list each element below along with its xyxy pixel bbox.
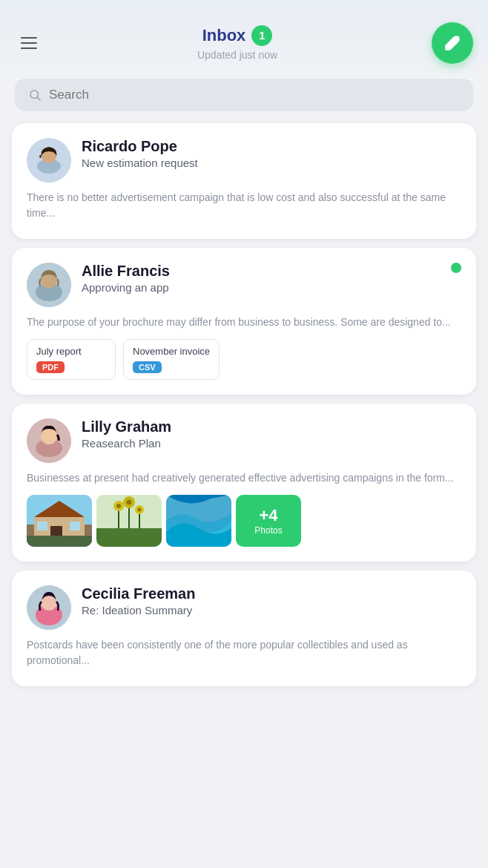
message-card[interactable]: Lilly Graham Reasearch Plan Businesses a…	[12, 404, 476, 562]
photo-aerial	[166, 495, 231, 547]
messages-list: Ricardo Pope New estimation request Ther…	[0, 123, 488, 686]
avatar-image	[27, 138, 71, 183]
svg-rect-21	[96, 528, 162, 547]
avatar	[27, 263, 71, 307]
message-info: Allie Francis Approving an app	[82, 263, 461, 294]
attachment-type-badge: PDF	[36, 361, 65, 373]
header: Inbox 1 Updated just now	[0, 0, 488, 79]
photo-house	[27, 495, 92, 547]
photo-thumbnail[interactable]	[166, 495, 231, 547]
inbox-badge: 1	[251, 25, 272, 46]
more-photos-count: +4	[259, 506, 277, 525]
attachment-item[interactable]: November invoice CSV	[123, 339, 220, 380]
hamburger-line-2	[21, 42, 37, 44]
svg-point-11	[41, 428, 57, 444]
svg-point-1	[30, 91, 39, 99]
svg-rect-17	[37, 522, 47, 530]
message-header: Lilly Graham Reasearch Plan	[27, 418, 461, 463]
attachment-name: July report	[36, 346, 106, 357]
attachment-item[interactable]: July report PDF	[27, 339, 116, 380]
message-preview: Postcards have been consistently one of …	[27, 637, 461, 668]
photos-row: +4 Photos	[27, 495, 461, 547]
avatar-image	[27, 418, 71, 463]
message-header: Ricardo Pope New estimation request	[27, 138, 461, 183]
avatar	[27, 418, 71, 463]
avatar	[27, 585, 71, 630]
message-subject: Approving an app	[82, 281, 461, 294]
compose-button[interactable]	[432, 22, 473, 64]
photo-thumbnail[interactable]	[27, 495, 92, 547]
search-bar[interactable]	[15, 79, 473, 111]
hamburger-line-3	[21, 47, 37, 49]
hamburger-line-1	[21, 37, 37, 39]
svg-point-29	[127, 500, 132, 505]
more-photos-label: Photos	[254, 525, 282, 536]
message-subject: Reasearch Plan	[82, 437, 461, 450]
svg-point-28	[116, 504, 121, 508]
avatar-image	[27, 585, 71, 630]
attachment-type-badge: CSV	[133, 361, 162, 373]
sender-name: Ricardo Pope	[82, 138, 461, 155]
header-subtitle: Updated just now	[43, 49, 432, 61]
avatar-image	[27, 263, 71, 307]
message-subject: New estimation request	[82, 157, 461, 169]
search-container	[0, 79, 488, 123]
attachment-name: November invoice	[133, 346, 210, 357]
sender-name: Lilly Graham	[82, 418, 461, 435]
message-preview: The purpose of your brochure may differ …	[27, 315, 461, 330]
search-input[interactable]	[49, 88, 460, 102]
svg-point-30	[138, 508, 142, 512]
photo-thumbnail[interactable]	[96, 495, 162, 547]
message-header: Allie Francis Approving an app	[27, 263, 461, 307]
message-info: Lilly Graham Reasearch Plan	[82, 418, 461, 450]
message-info: Ricardo Pope New estimation request	[82, 138, 461, 169]
message-card[interactable]: Cecilia Freeman Re: Ideation Summary Pos…	[12, 571, 476, 686]
header-center: Inbox 1 Updated just now	[43, 25, 432, 61]
message-card[interactable]: Allie Francis Approving an app The purpo…	[12, 248, 476, 395]
feather-icon	[443, 33, 462, 53]
message-header: Cecilia Freeman Re: Ideation Summary	[27, 585, 461, 630]
page-title: Inbox	[202, 26, 246, 45]
more-photos-button[interactable]: +4 Photos	[236, 495, 301, 547]
message-preview: Businesses at present had creatively gen…	[27, 470, 461, 486]
sender-name: Allie Francis	[82, 263, 461, 280]
photo-flowers	[96, 495, 162, 547]
message-subject: Re: Ideation Summary	[82, 604, 461, 617]
svg-rect-18	[70, 522, 80, 530]
avatar	[27, 138, 71, 183]
message-card[interactable]: Ricardo Pope New estimation request Ther…	[12, 123, 476, 239]
svg-rect-19	[27, 536, 92, 547]
search-icon	[28, 88, 42, 102]
message-info: Cecilia Freeman Re: Ideation Summary	[82, 585, 461, 617]
title-row: Inbox 1	[43, 25, 432, 46]
attachments-row: July report PDF November invoice CSV	[27, 339, 461, 380]
hamburger-button[interactable]	[15, 31, 43, 55]
online-indicator	[451, 263, 461, 273]
message-preview: There is no better advertisement campaig…	[27, 190, 461, 221]
svg-line-2	[37, 97, 40, 100]
sender-name: Cecilia Freeman	[82, 585, 461, 602]
